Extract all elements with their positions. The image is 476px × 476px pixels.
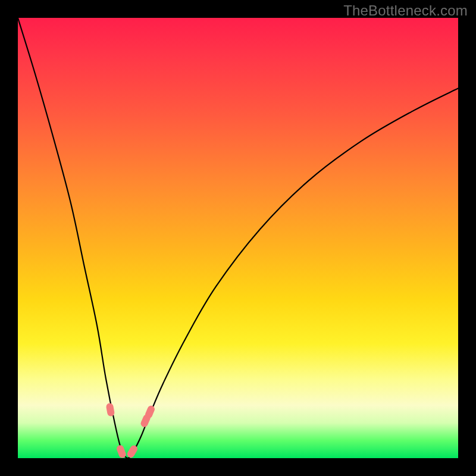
chart-stage: TheBottleneck.com xyxy=(0,0,476,476)
markers-group xyxy=(105,403,155,458)
marker-left-upper xyxy=(105,403,115,417)
chart-svg xyxy=(18,18,458,458)
marker-floor-left xyxy=(115,444,127,458)
bottleneck-curve xyxy=(18,18,458,458)
plot-area xyxy=(18,18,458,458)
watermark-text: TheBottleneck.com xyxy=(343,2,468,19)
